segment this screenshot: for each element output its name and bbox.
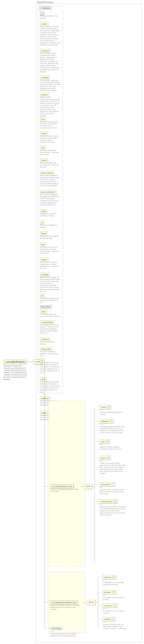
attr-creator[interactable]: creator	[40, 22, 49, 26]
crg-title[interactable]: ConceptRelationshipsGroup	[50, 600, 77, 604]
attr-qcode[interactable]: qcode	[40, 209, 48, 213]
connector	[26, 362, 34, 362]
child-remoteInfo-occ: 0..∞	[99, 486, 103, 488]
child-broader[interactable]: broader+	[103, 590, 116, 594]
child-narrower-label: narrower	[104, 604, 112, 607]
child-related[interactable]: related+	[103, 617, 115, 621]
expand-icon[interactable]: +	[111, 618, 114, 620]
root-element[interactable]: conceptExtProperty	[4, 360, 26, 364]
attr-whyuri[interactable]: whyuri	[40, 158, 48, 162]
root-element-doc: Extension Property; the semantics are de…	[4, 365, 27, 380]
attr-uri[interactable]: uri	[40, 220, 45, 224]
expand-icon[interactable]: +	[112, 591, 114, 593]
root-element-label: conceptExtProperty	[6, 361, 25, 363]
child-broader-label: broader	[104, 591, 111, 593]
child-narrower-occ: 0..∞	[103, 608, 106, 610]
attr-rel[interactable]: rel	[40, 358, 45, 362]
attr-valuedatatype[interactable]: valuedatatype	[40, 320, 54, 324]
attr-why-doc: Why the metadata has been included - exp…	[40, 149, 61, 156]
attr-creatoruri[interactable]: creatoruri	[40, 49, 51, 53]
attr-modified[interactable]: modified	[40, 76, 50, 80]
attr-id[interactable]: id	[40, 12, 44, 15]
attr-valueunit[interactable]: valueunit	[40, 337, 50, 341]
connector	[98, 577, 98, 628]
child-hierarchyInfo[interactable]: hierarchyInfo+	[99, 499, 117, 504]
child-definition-occ: 0..∞	[99, 423, 103, 425]
child-facet-occ: 0..∞	[99, 460, 103, 462]
attr-id-doc: The local identifier of the property.	[40, 15, 61, 19]
minus-icon	[40, 7, 42, 9]
child-note[interactable]: note+	[99, 440, 110, 444]
attr-valueunituri[interactable]: valueunituri	[40, 347, 52, 351]
child-sameAs-doc: An identifier of a concept with equivale…	[103, 582, 129, 586]
attr-value[interactable]: value	[40, 310, 47, 314]
connector	[95, 421, 99, 422]
attr-valueunituri-doc: The unit of the value attribute - expres…	[40, 351, 61, 357]
connector	[95, 458, 99, 458]
child-related-doc: A related concept, where the relationshi…	[103, 624, 129, 630]
attr-how[interactable]: how	[40, 117, 46, 121]
attr-type[interactable]: type	[40, 242, 46, 246]
child-hierarchyInfo-label: hierarchyInfo	[101, 500, 112, 502]
attr-dir[interactable]: dir	[40, 294, 45, 298]
child-name[interactable]: name+	[99, 405, 111, 409]
connector	[98, 592, 103, 592]
expand-icon[interactable]: +	[112, 576, 115, 578]
child-sameAs-label: sameAs	[104, 576, 111, 578]
child-note-occ: 0..∞	[99, 444, 103, 446]
connector	[95, 408, 95, 562]
attr-pubconstraint[interactable]: pubconstraint	[40, 171, 54, 175]
cdg-seq	[84, 484, 92, 489]
ext-any-doc: Extension point for provider-defined pro…	[51, 633, 79, 637]
child-sameAs[interactable]: sameAs+	[103, 575, 116, 579]
attr-howuri[interactable]: howuri	[40, 132, 48, 135]
expand-icon[interactable]: +	[113, 500, 116, 502]
child-facet-doc: In NAR 1.8 and later, facet is deprecate…	[99, 462, 126, 474]
child-remoteInfo-doc: A link to an item or a web resource whic…	[99, 489, 126, 495]
expand-icon[interactable]: +	[111, 483, 114, 486]
attr-valueunit-doc: The unit of the value attribute.	[40, 341, 61, 345]
attr-pubconstrainturi-doc: One or many constraints that apply to pu…	[40, 194, 61, 206]
attr-typeuri-doc: The type of the concept assigned as cont…	[40, 261, 61, 270]
attr-pubconstrainturi[interactable]: pubconstrainturi	[40, 190, 56, 194]
child-related-occ: 0..∞	[103, 621, 106, 623]
child-facet[interactable]: facet+	[99, 456, 110, 460]
expand-icon[interactable]: +	[113, 604, 115, 607]
attr-typeuri[interactable]: typeuri	[40, 258, 48, 262]
cdg-title[interactable]: ConceptDefinitionGroup	[50, 484, 74, 488]
expand-icon[interactable]: +	[107, 406, 109, 408]
crg-seq	[87, 600, 95, 605]
child-definition[interactable]: definition+	[99, 419, 114, 424]
attr-custom[interactable]: custom	[40, 93, 49, 97]
child-sameAs-occ: 0..∞	[103, 579, 106, 581]
attr-reluri-doc: The identifier of a concept defining the…	[40, 381, 61, 393]
child-remoteInfo[interactable]: remoteInfo+	[99, 482, 115, 486]
attr-whyuri-doc: Why the metadata has been included - exp…	[40, 162, 61, 168]
connector	[98, 619, 103, 619]
child-narrower[interactable]: narrower+	[103, 604, 117, 608]
attr-type-doc: The type of the concept assigned as cont…	[40, 246, 61, 254]
child-note-label: note	[101, 440, 105, 443]
attr-validto[interactable]: validto	[40, 411, 48, 415]
attr-custom-doc: If set to true the corresponding propert…	[40, 96, 61, 117]
cdg-doc: A group of properties required to define…	[50, 488, 81, 492]
expand-icon[interactable]: +	[106, 457, 109, 459]
attr-reluri[interactable]: reluri	[40, 377, 47, 381]
crg-doc: A group of properties required to indica…	[50, 604, 83, 610]
attr-literal[interactable]: literal	[40, 232, 47, 236]
attr-any: any ##other	[40, 305, 52, 308]
ext-any-occ: 0..∞	[51, 630, 54, 632]
attr-creator-doc: If the property value is not defined, sp…	[40, 26, 61, 46]
connector	[98, 606, 103, 606]
attr-validfrom[interactable]: validfrom	[40, 396, 50, 400]
attributes-header-label: attributes	[43, 7, 50, 9]
expand-icon[interactable]: +	[110, 420, 112, 422]
attr-rel-doc: The identifier of a concept defining the…	[40, 362, 61, 374]
child-name-doc: A natural language name for the concept.	[99, 412, 126, 416]
expand-icon[interactable]: +	[106, 440, 108, 443]
attr-qcode-doc: A qualified code which identifies a conc…	[40, 213, 61, 217]
child-facet-label: facet	[101, 457, 105, 459]
connector	[95, 407, 99, 407]
attr-why[interactable]: why	[40, 146, 46, 150]
attr-xml-lang[interactable]: xml:lang	[40, 273, 50, 276]
